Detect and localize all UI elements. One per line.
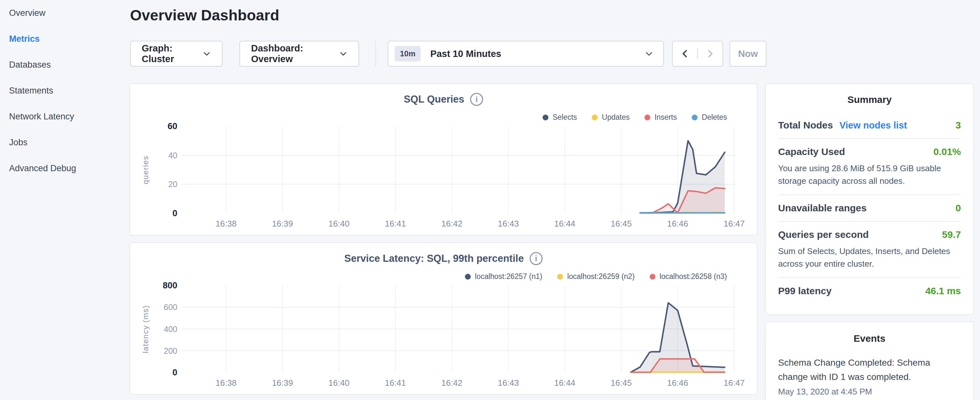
legend-item-localhost-26259-n2: localhost:26259 (n2): [557, 272, 635, 281]
x-tick-label: 16:40: [328, 378, 349, 388]
chart-legend: localhost:26257 (n1)localhost:26259 (n2)…: [465, 272, 727, 281]
summary-row-p99-latency: P99 latency46.1 ms: [778, 278, 961, 304]
y-tick-label: 20: [141, 180, 177, 189]
legend-dot: [592, 115, 598, 120]
chart-title-row: Service Latency: SQL, 99th percentile i: [130, 252, 757, 265]
x-tick-label: 16:41: [385, 219, 406, 229]
sidebar-item-statements[interactable]: Statements: [0, 78, 129, 104]
legend-item-localhost-26257-n1: localhost:26257 (n1): [465, 272, 542, 281]
summary-row-label: Total Nodes: [778, 120, 833, 131]
chevron-down-icon: [644, 49, 654, 58]
chart-title: Service Latency: SQL, 99th percentile: [344, 253, 524, 265]
chart-svg: [182, 126, 735, 213]
graph-dropdown[interactable]: Graph: Cluster: [130, 41, 223, 67]
legend-label: Selects: [553, 113, 577, 122]
chevron-right-icon: [705, 49, 715, 59]
sidebar-item-jobs[interactable]: Jobs: [0, 129, 129, 155]
right-column: Summary Total NodesView nodes list3Capac…: [765, 83, 974, 400]
summary-row-value: 3: [955, 120, 961, 131]
summary-row-label: Capacity Used: [778, 146, 845, 158]
y-axis-label: queries: [140, 126, 151, 213]
legend-label: Updates: [602, 113, 630, 122]
events-list: Schema Change Completed: Schema change w…: [778, 356, 961, 397]
y-tick-label: 200: [141, 346, 177, 355]
x-tick-label: 16:38: [215, 219, 237, 229]
sidebar: OverviewMetricsDatabasesStatementsNetwor…: [0, 0, 129, 400]
y-tick-label: 800: [141, 280, 177, 291]
info-icon[interactable]: i: [530, 252, 542, 265]
sidebar-item-overview[interactable]: Overview: [0, 0, 129, 26]
x-tick-label: 16:45: [611, 219, 632, 229]
y-tick-label: 40: [141, 150, 177, 160]
legend-item-localhost-26258-n3: localhost:26258 (n3): [650, 272, 727, 281]
sql-queries-chart-card: SQL Queries i SelectsUpdatesInsertsDelet…: [129, 83, 757, 236]
view-nodes-link[interactable]: View nodes list: [839, 120, 907, 131]
legend-item-deletes: Deletes: [692, 113, 727, 122]
event-text: Schema Change Completed: Schema change w…: [778, 356, 961, 384]
graph-dropdown-label: Graph: Cluster: [142, 43, 193, 64]
dashboard-dropdown[interactable]: Dashboard: Overview: [239, 41, 359, 67]
chart-svg: [182, 285, 735, 373]
x-tick-label: 16:47: [724, 219, 745, 229]
x-tick-label: 16:42: [441, 378, 462, 388]
time-range-selector[interactable]: 10m Past 10 Minutes: [388, 41, 664, 67]
x-tick-label: 16:39: [272, 378, 293, 388]
legend-label: Inserts: [654, 113, 677, 122]
summary-row-head: P99 latency46.1 ms: [778, 285, 961, 297]
summary-panel: Summary Total NodesView nodes list3Capac…: [765, 83, 974, 315]
chevron-down-icon: [339, 49, 347, 58]
summary-row-head: Total NodesView nodes list3: [778, 120, 961, 131]
summary-row-subtext: You are using 28.6 MiB of 515.9 GiB usab…: [778, 162, 961, 187]
chart-title: SQL Queries: [404, 94, 464, 105]
x-tick-label: 16:43: [498, 219, 519, 229]
time-step-buttons: [672, 41, 723, 67]
chevron-left-icon: [680, 49, 690, 59]
legend-dot: [644, 115, 650, 120]
chart-plot: [182, 285, 735, 373]
summary-row-subtext: Sum of Selects, Updates, Inserts, and De…: [778, 245, 961, 270]
summary-row-head: Unavailable ranges0: [778, 202, 961, 214]
info-icon[interactable]: i: [470, 93, 483, 106]
toolbar: Graph: Cluster Dashboard: Overview 10m P…: [130, 41, 767, 67]
summary-row-label: Unavailable ranges: [778, 202, 866, 214]
chart-title-row: SQL Queries i: [130, 93, 757, 106]
events-panel: Events Schema Change Completed: Schema c…: [765, 321, 974, 400]
summary-row-value: 0: [955, 202, 961, 214]
summary-row-label: P99 latency: [778, 285, 832, 297]
time-forward-button[interactable]: [697, 49, 722, 59]
sidebar-item-network-latency[interactable]: Network Latency: [0, 104, 129, 129]
y-tick-label: 0: [141, 209, 177, 218]
now-button[interactable]: Now: [730, 41, 767, 67]
sidebar-item-databases[interactable]: Databases: [0, 52, 129, 78]
summary-row-head: Capacity Used0.01%: [778, 146, 961, 158]
sidebar-item-metrics[interactable]: Metrics: [0, 26, 129, 52]
x-tick-label: 16:47: [724, 378, 745, 388]
event-timestamp: May 13, 2020 at 4:45 PM: [778, 387, 961, 397]
summary-row-queries-per-second: Queries per second59.7Sum of Selects, Up…: [778, 222, 961, 278]
legend-label: localhost:26257 (n1): [475, 272, 542, 281]
x-tick-label: 16:43: [498, 378, 519, 388]
x-tick-label: 16:44: [554, 219, 575, 229]
y-tick-label: 400: [141, 324, 177, 334]
legend-item-inserts: Inserts: [644, 113, 677, 122]
time-back-button[interactable]: [673, 49, 697, 59]
sidebar-nav: OverviewMetricsDatabasesStatementsNetwor…: [0, 0, 129, 181]
legend-label: localhost:26258 (n3): [660, 272, 727, 281]
x-tick-label: 16:42: [441, 219, 462, 229]
summary-rows: Total NodesView nodes list3Capacity Used…: [778, 112, 961, 304]
x-tick-label: 16:46: [667, 219, 688, 229]
dashboard-dropdown-label: Dashboard: Overview: [251, 43, 329, 64]
toolbar-divider: [375, 41, 376, 67]
y-tick-label: 0: [141, 368, 177, 378]
now-button-label: Now: [738, 49, 758, 59]
x-tick-label: 16:38: [215, 378, 237, 388]
legend-dot: [557, 274, 563, 280]
legend-label: localhost:26259 (n2): [567, 272, 635, 281]
chart-plot: [182, 126, 735, 213]
x-tick-label: 16:45: [611, 378, 632, 388]
event-item: Schema Change Completed: Schema change w…: [778, 356, 961, 397]
charts-column: SQL Queries i SelectsUpdatesInsertsDelet…: [129, 83, 757, 400]
sidebar-item-advanced-debug[interactable]: Advanced Debug: [0, 155, 129, 181]
legend-item-selects: Selects: [542, 113, 577, 122]
y-tick-label: 60: [141, 121, 177, 131]
